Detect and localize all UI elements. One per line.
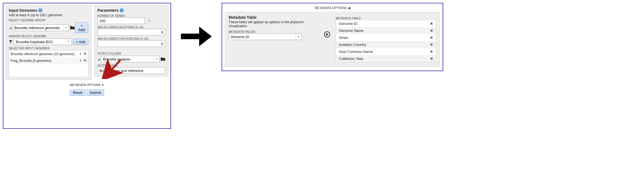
- remove-row-icon[interactable]: ✕: [430, 50, 433, 54]
- genome-input[interactable]: [14, 40, 66, 44]
- table-row: Genome Name ✕: [336, 27, 436, 34]
- genome-select[interactable]: ▼: [14, 38, 72, 45]
- chevron-down-icon[interactable]: ▼: [154, 56, 159, 62]
- output-folder-label: OUTPUT FOLDER: [97, 52, 165, 55]
- metadata-options-toggle[interactable]: METADATA OPTIONS ▼: [6, 83, 168, 87]
- max-duplications-label: MAX ALLOWED DUPLICATIONS (0–10):: [97, 37, 165, 40]
- folder-icon[interactable]: [70, 26, 74, 29]
- action-buttons: Reset Submit: [6, 89, 168, 96]
- filter-icon[interactable]: [9, 40, 13, 44]
- table-row: Host Common Name ✕: [336, 48, 436, 55]
- parameters-title: Parameters i: [97, 8, 124, 13]
- parameters-title-text: Parameters: [97, 8, 119, 13]
- left-columns: Input Genomes i Add at least 4 (up to 10…: [6, 6, 168, 80]
- remove-item-icon[interactable]: ✕: [84, 59, 86, 63]
- reset-button[interactable]: Reset: [70, 89, 86, 96]
- num-genes-label: NUMBER OF GENES:: [97, 14, 165, 17]
- table-row: Isolation Country ✕: [336, 41, 436, 48]
- info-item-icon[interactable]: i: [80, 59, 81, 63]
- list-item: Brucella reference genomes (15 genomes) …: [9, 51, 88, 57]
- metadata-body: Metadata Table These fields will appear …: [225, 12, 440, 67]
- remove-row-icon[interactable]: ✕: [430, 36, 433, 40]
- info-item-icon[interactable]: i: [80, 52, 81, 56]
- list-item: Frog_Brucella (6 genomes) i ✕: [9, 57, 88, 64]
- add-group-button[interactable]: + Add: [75, 22, 89, 33]
- metadata-left-col: Metadata Table These fields will appear …: [229, 15, 318, 40]
- add-field-arrow-button[interactable]: [323, 31, 331, 38]
- input-genomes-hint: Add at least 4 (up to 100 ) genomes.: [9, 13, 88, 17]
- metadata-table-desc: These fields will appear as options in t…: [229, 20, 318, 28]
- remove-row-icon[interactable]: ✕: [430, 29, 433, 33]
- genome-group-select[interactable]: ▼: [12, 24, 69, 31]
- input-genomes-title-text: Input Genomes: [9, 8, 37, 13]
- folder-icon[interactable]: [161, 57, 165, 61]
- info-icon[interactable]: i: [38, 8, 42, 12]
- metadata-field-select[interactable]: ▼: [229, 33, 302, 40]
- andor-select-genome-label: AND/OR SELECT GENOME: [9, 35, 88, 38]
- sort-icon[interactable]: ↓A: [9, 26, 11, 30]
- output-folder-input[interactable]: [101, 57, 154, 61]
- max-deletions-label: MAX ALLOWED DELETIONS (0–10):: [97, 26, 165, 29]
- parameters-box: Parameters i NUMBER OF GENES: ▼ MAX ALLO…: [94, 6, 168, 76]
- metadata-options-header[interactable]: METADATA OPTIONS ◀: [225, 6, 440, 10]
- input-genomes-title: Input Genomes i: [9, 8, 42, 13]
- chevron-down-icon: ▼: [101, 83, 104, 87]
- num-genes-input[interactable]: [98, 19, 148, 23]
- table-row: Collection Year ✕: [336, 55, 436, 62]
- selected-genomes-list: Brucella reference genomes (15 genomes) …: [9, 50, 88, 77]
- metadata-table-title: Metadata Table: [229, 15, 318, 20]
- remove-row-icon[interactable]: ✕: [430, 43, 433, 47]
- remove-item-icon[interactable]: ✕: [84, 52, 86, 56]
- select-genome-group-label: SELECT GENOME GROUP: [9, 19, 88, 22]
- chevron-down-icon[interactable]: ▼: [63, 25, 69, 31]
- left-panel: Input Genomes i Add at least 4 (up to 10…: [3, 3, 171, 129]
- metadata-field-input[interactable]: [229, 35, 296, 39]
- remove-row-icon[interactable]: ✕: [430, 57, 433, 61]
- max-deletions-input[interactable]: [97, 29, 165, 36]
- chevron-left-icon: ◀: [348, 6, 350, 10]
- chevron-down-icon[interactable]: ▼: [66, 39, 72, 45]
- info-icon[interactable]: i: [120, 8, 124, 12]
- submit-button[interactable]: Submit: [87, 89, 104, 96]
- output-name-input[interactable]: [97, 67, 165, 74]
- metadata-fields-label: METADATA FIELDS:: [229, 30, 318, 33]
- table-row: Strain ✕: [336, 34, 436, 41]
- chevron-down-icon[interactable]: ▼: [148, 18, 151, 24]
- flow-arrow-icon: [180, 20, 213, 53]
- right-panel: METADATA OPTIONS ◀ Metadata Table These …: [222, 3, 443, 71]
- input-genomes-box: Input Genomes i Add at least 4 (up to 10…: [6, 6, 91, 80]
- chevron-down-icon[interactable]: ▼: [296, 34, 301, 40]
- metadata-table-list-label: METADATA TABLE:: [336, 17, 436, 20]
- output-name-label: OUTPUT NAME: [97, 64, 165, 67]
- add-genome-button[interactable]: + Add: [73, 39, 89, 45]
- metadata-table-list: Genome ID ✕ Genome Name ✕ Strain ✕ Isola…: [336, 20, 436, 62]
- num-genes-select[interactable]: ▼: [97, 17, 145, 24]
- metadata-right-col: METADATA TABLE: Genome ID ✕ Genome Name …: [336, 15, 436, 62]
- sort-icon[interactable]: ↓A: [97, 57, 100, 61]
- table-row: Genome ID ✕: [336, 20, 436, 27]
- selected-input-genomes-label: SELECTED INPUT GENOMES: [9, 47, 88, 50]
- max-duplications-input[interactable]: [97, 40, 165, 47]
- remove-row-icon[interactable]: ✕: [430, 22, 433, 26]
- output-folder-select[interactable]: ▼: [101, 56, 160, 62]
- genome-group-input[interactable]: [13, 26, 63, 30]
